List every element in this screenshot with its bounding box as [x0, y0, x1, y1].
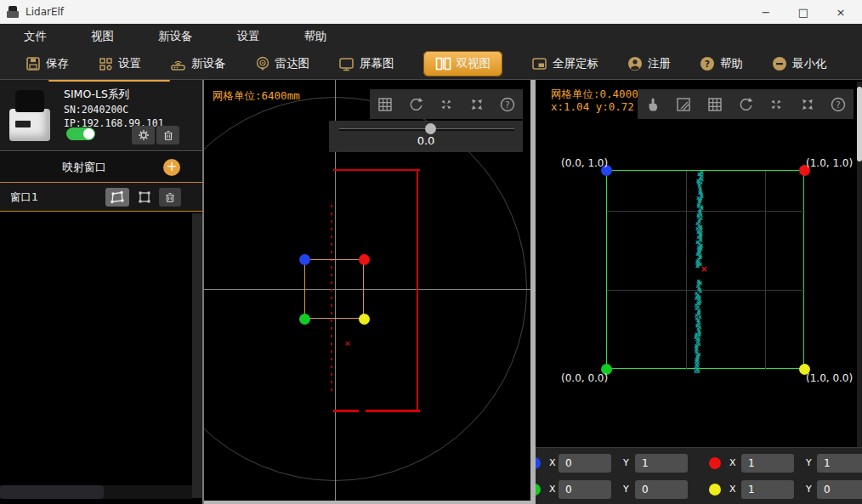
window-list-item[interactable]: 窗口1 — [0, 182, 202, 212]
settings-icon — [98, 56, 113, 71]
lidar-view-toolbar: ? — [370, 89, 523, 119]
mapping-windows-header: 映射窗口 + — [0, 152, 202, 182]
window-close-button[interactable]: × — [833, 6, 848, 19]
window-title: LidarElf — [26, 6, 64, 18]
delete-window-button[interactable] — [159, 188, 181, 207]
router-icon — [170, 56, 186, 71]
menu-new-device[interactable]: 新设备 — [158, 29, 193, 44]
trash-icon — [164, 191, 176, 203]
device-power-toggle[interactable] — [66, 127, 95, 140]
new-device-button[interactable]: 新设备 — [170, 56, 226, 71]
corner-coordinates-panel: X Y X Y X Y X — [536, 447, 862, 504]
quad-corner-top-right[interactable] — [359, 254, 370, 265]
blue-x-input[interactable] — [559, 454, 611, 473]
slider-handle[interactable] — [425, 123, 436, 134]
main-toolbar: 保存 设置 新设备 雷达图 屏幕图 双视图 全屏定标 注册 — [0, 48, 862, 79]
corner-label-top-left: (0.0, 1.0) — [561, 157, 608, 169]
corner-label-bottom-left: (0.0, 0.0) — [561, 372, 608, 384]
reference-point-marker: × — [700, 264, 707, 274]
save-button[interactable]: 保存 — [26, 56, 69, 71]
zoom-in-arrows-icon[interactable] — [438, 96, 455, 113]
yellow-y-input[interactable] — [817, 480, 862, 499]
radar-view-button[interactable]: 雷达图 — [255, 56, 310, 71]
rect-select-tool-button[interactable] — [133, 188, 156, 207]
window-maximize-button[interactable]: □ — [796, 6, 811, 19]
laser-scan-line — [333, 410, 359, 412]
quad-corner-bottom-left[interactable] — [299, 314, 310, 325]
dual-view-button[interactable]: 双视图 — [423, 51, 503, 76]
laser-scan-line — [333, 169, 420, 171]
window-minimize-button[interactable]: − — [758, 6, 774, 19]
laser-scan-line — [366, 410, 420, 412]
calibration-quad[interactable] — [304, 259, 364, 319]
sidebar-horizontal-scrollbar[interactable] — [0, 485, 192, 499]
device-model: SIMO-LS系列 — [64, 88, 164, 102]
rect-handles-icon — [137, 190, 152, 205]
lidar-view-panel[interactable]: × 网格单位:6400mm ? 0.0 — [204, 80, 530, 504]
device-card[interactable]: SIMO-LS系列 SN:2040200C IP:192.168.99.101 — [0, 80, 202, 151]
slider-value: 0.0 — [329, 134, 523, 147]
blue-corner-dot — [536, 457, 541, 469]
calibration-view-toolbar: ? — [638, 89, 853, 119]
quad-corner-top-left[interactable] — [299, 254, 310, 265]
monitor-icon — [338, 56, 354, 71]
menu-help[interactable]: 帮助 — [304, 29, 327, 44]
device-settings-button[interactable] — [132, 126, 155, 144]
device-delete-button[interactable] — [156, 126, 179, 144]
menu-view[interactable]: 视图 — [91, 29, 114, 44]
rotate-icon[interactable] — [737, 96, 754, 113]
red-x-input[interactable] — [741, 454, 794, 473]
zoom-out-arrows-icon[interactable] — [468, 96, 485, 113]
lidar-view-horizontal-scrollbar[interactable] — [204, 501, 530, 504]
green-y-input[interactable] — [635, 480, 688, 499]
help-button[interactable]: ? 帮助 — [700, 56, 743, 71]
svg-text:?: ? — [505, 100, 509, 110]
dual-view-icon — [435, 57, 451, 71]
help-circle-icon[interactable]: ? — [499, 96, 516, 113]
grid-unit-label: 网格单位:6400mm — [213, 89, 300, 104]
menu-bar: 文件 视图 新设备 设置 帮助 — [0, 24, 862, 48]
trash-icon — [162, 129, 174, 141]
red-corner-dot — [709, 457, 721, 469]
rotation-slider-panel: 0.0 — [329, 121, 523, 152]
green-x-input[interactable] — [559, 480, 611, 499]
device-serial: SN:2040200C — [64, 104, 164, 116]
person-icon — [627, 56, 643, 71]
quad-select-tool-button[interactable] — [105, 188, 129, 207]
rotate-icon[interactable] — [407, 96, 424, 113]
selected-device-indicator — [48, 80, 170, 82]
red-y-input[interactable] — [817, 454, 862, 473]
screen-view-button[interactable]: 屏幕图 — [338, 56, 394, 71]
grid-icon[interactable] — [377, 96, 394, 113]
register-button[interactable]: 注册 — [627, 56, 671, 71]
corner-label-bottom-right: (1.0, 0.0) — [806, 372, 853, 384]
add-window-button[interactable]: + — [163, 159, 180, 176]
mapping-windows-title: 映射窗口 — [62, 160, 106, 175]
yellow-x-input[interactable] — [741, 480, 794, 499]
zoom-in-arrows-icon[interactable] — [768, 96, 785, 113]
calibration-view-vertical-scrollbar[interactable] — [857, 82, 862, 447]
menu-file[interactable]: 文件 — [24, 29, 47, 44]
edit-region-icon[interactable] — [675, 96, 692, 113]
quad-corner-bottom-right[interactable] — [359, 314, 370, 325]
laser-scan-line — [417, 169, 418, 410]
sidebar-vertical-scrollbar[interactable] — [192, 213, 202, 498]
grid-icon[interactable] — [706, 96, 723, 113]
zoom-out-arrows-icon[interactable] — [799, 96, 816, 113]
minimize-button[interactable]: 最小化 — [772, 56, 827, 71]
stray-point-marker: × — [344, 339, 351, 348]
app-window: LidarElf − □ × 文件 视图 新设备 设置 帮助 保存 设置 新设备… — [0, 0, 862, 504]
device-thumbnail — [7, 87, 53, 143]
fullscreen-calibration-button[interactable]: 全屏定标 — [531, 56, 598, 71]
calibration-view-panel[interactable]: 网格单位:0.4000 x:1.04 y:0.72 ? xxxxxxxxxxxx… — [536, 80, 862, 504]
question-icon: ? — [700, 56, 715, 71]
help-circle-icon[interactable]: ? — [830, 96, 847, 113]
green-corner-dot — [536, 484, 541, 496]
quad-icon — [110, 190, 125, 205]
minus-circle-icon — [772, 56, 787, 71]
menu-settings[interactable]: 设置 — [237, 29, 260, 44]
gear-icon — [138, 129, 150, 141]
hand-pointer-icon[interactable] — [644, 96, 661, 113]
blue-y-input[interactable] — [635, 454, 688, 473]
settings-button[interactable]: 设置 — [98, 56, 141, 71]
